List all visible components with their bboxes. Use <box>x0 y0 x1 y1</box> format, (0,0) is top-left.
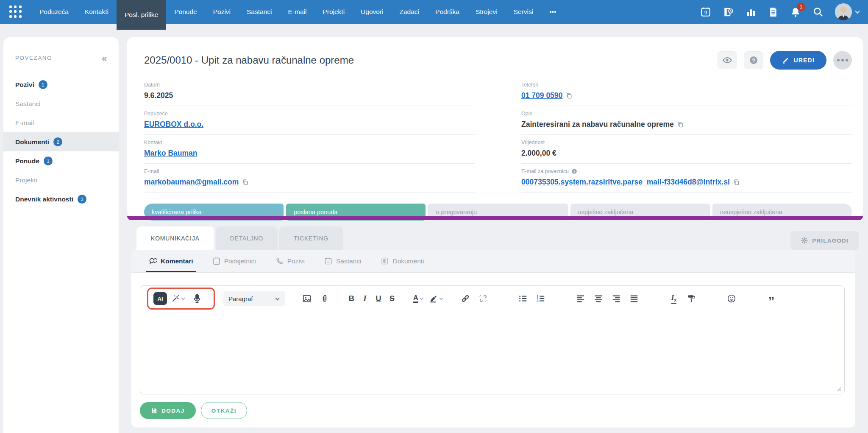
numbered-list-button[interactable]: 123 <box>534 292 548 305</box>
analytics-icon[interactable] <box>745 6 756 17</box>
add-comment-button[interactable]: DODAJ <box>140 402 196 419</box>
copy-icon[interactable] <box>677 121 684 128</box>
tab-label: Dokumenti <box>392 257 424 265</box>
nav-more-menu[interactable]: ••• <box>541 0 564 24</box>
tab-ticketing[interactable]: TICKETING <box>279 226 343 250</box>
align-right-button[interactable] <box>609 292 623 305</box>
field-email: E-mail markobauman@gmail.com <box>144 164 475 193</box>
insert-link-button[interactable] <box>458 292 473 305</box>
sidebar-item-projekti[interactable]: Projekti <box>3 170 119 190</box>
search-icon[interactable] <box>812 6 823 17</box>
edit-button[interactable]: UREDI <box>770 51 826 70</box>
clear-formatting-button[interactable]: Ix <box>667 292 681 305</box>
nav-item-ponude[interactable]: Ponude <box>166 0 205 24</box>
tab-sastanci[interactable]: 31 Sastanci <box>324 250 361 272</box>
underline-button[interactable]: U <box>373 292 384 305</box>
sidebar-item-sastanci[interactable]: Sastanci <box>3 94 119 113</box>
email-link[interactable]: markobauman@gmail.com <box>144 178 239 187</box>
sidebar-title: POVEZANO <box>15 55 52 61</box>
ai-tools-highlight: AI <box>147 288 215 310</box>
notifications-bell-icon[interactable]: 1 <box>790 6 801 17</box>
copy-icon[interactable] <box>566 92 573 99</box>
text-color-button[interactable]: A <box>412 292 426 305</box>
nav-item-sastanci[interactable]: Sastanci <box>239 0 280 24</box>
tab-detaljno[interactable]: DETALJNO <box>216 226 278 250</box>
tab-komunikacija[interactable]: KOMUNIKACIJA <box>136 226 214 250</box>
align-left-button[interactable] <box>573 292 588 305</box>
app-grid-icon[interactable] <box>9 6 22 18</box>
more-actions-button[interactable] <box>833 51 852 70</box>
field-help-icon[interactable]: ? <box>571 168 577 174</box>
chevron-down-icon <box>181 296 186 301</box>
dictate-button[interactable] <box>190 292 204 305</box>
blockquote-button[interactable]: ” <box>764 292 779 305</box>
sidebar-item-email[interactable]: E-mail <box>3 113 119 132</box>
collapse-sidebar-icon[interactable]: « <box>102 53 107 62</box>
nav-item-projekti[interactable]: Projekti <box>314 0 353 24</box>
insert-image-button[interactable] <box>300 292 314 305</box>
company-link[interactable]: EUROBOX d.o.o. <box>144 120 203 129</box>
nav-item-kontakti[interactable]: Kontakti <box>77 0 117 24</box>
help-button[interactable]: ? <box>744 51 763 69</box>
magic-wand-button[interactable] <box>171 292 186 305</box>
customize-button-label: PRILAGODI <box>812 237 849 244</box>
main-nav: Poduzeća Kontakti Posl. prilike Ponude P… <box>31 0 564 27</box>
align-center-button[interactable] <box>591 292 606 305</box>
clear-formatting-icon: Ix <box>671 293 677 303</box>
documents-icon[interactable] <box>768 6 779 17</box>
tab-pozivi[interactable]: Pozivi <box>275 250 305 272</box>
cancel-comment-button[interactable]: OTKAŽI <box>201 402 247 419</box>
customize-button[interactable]: PRILAGODI <box>790 231 859 250</box>
strikethrough-button[interactable]: S <box>387 292 397 305</box>
sidebar-item-label: E-mail <box>15 119 34 127</box>
justify-button[interactable] <box>627 292 641 305</box>
highlight-color-button[interactable] <box>429 292 444 305</box>
tab-komentari[interactable]: Komentari <box>148 250 193 272</box>
contact-link[interactable]: Marko Bauman <box>144 149 197 158</box>
nav-item-pozivi[interactable]: Pozivi <box>205 0 239 24</box>
stage-color-bar <box>127 216 863 220</box>
comment-text-area[interactable] <box>140 310 844 394</box>
paragraph-style-select[interactable]: Paragraf <box>223 291 285 306</box>
copy-icon[interactable] <box>733 179 740 186</box>
fields-right-column: Telefon 01 709 0590 Opis Zainteresirani … <box>521 77 852 193</box>
sidebar-item-label: Sastanci <box>15 100 40 108</box>
ai-button[interactable]: AI <box>153 292 167 305</box>
sidebar-item-pozivi[interactable]: Pozivi 1 <box>3 75 119 94</box>
sidebar-item-dnevnik-aktivnosti[interactable]: Dnevnik aktivnosti 3 <box>3 190 119 209</box>
phone-link[interactable]: 01 709 0590 <box>521 91 562 100</box>
nav-item-strojevi[interactable]: Strojevi <box>467 0 506 24</box>
nav-item-posl-prilike[interactable]: Posl. prilike <box>117 0 166 30</box>
attach-file-button[interactable] <box>317 292 332 305</box>
watch-button[interactable] <box>718 51 737 69</box>
nav-item-zadaci[interactable]: Zadaci <box>392 0 428 24</box>
sidebar-item-ponude[interactable]: Ponude 1 <box>3 151 119 170</box>
field-opis: Opis Zainteresirani za nabavu računalne … <box>521 106 852 135</box>
text-color-icon: A <box>413 294 418 303</box>
bold-button[interactable]: B <box>346 292 356 305</box>
nav-item-podrska[interactable]: Podrška <box>427 0 467 24</box>
quote-icon: ” <box>768 293 775 304</box>
field-label: Vrijednost <box>521 140 852 145</box>
copy-icon[interactable] <box>242 179 249 186</box>
svg-text:?: ? <box>573 170 576 173</box>
recent-contacts-icon[interactable] <box>723 6 734 17</box>
nav-item-servisi[interactable]: Servisi <box>506 0 542 24</box>
user-menu[interactable] <box>835 3 860 20</box>
nav-item-poduzeca[interactable]: Poduzeća <box>31 0 77 24</box>
tab-dokumenti[interactable]: Dokumenti <box>381 250 424 272</box>
emoji-button[interactable] <box>724 292 739 305</box>
calendar-icon[interactable]: 9 <box>700 6 711 17</box>
nav-item-ugovori[interactable]: Ugovori <box>353 0 391 24</box>
sidebar-item-dokumenti[interactable]: Dokumenti 2 <box>3 132 119 151</box>
nav-item-email[interactable]: E-mail <box>280 0 314 24</box>
field-vrijednost: Vrijednost 2.000,00 € <box>521 135 852 164</box>
italic-button[interactable]: I <box>360 292 370 305</box>
format-painter-button[interactable] <box>684 292 699 305</box>
tab-podsjetnici[interactable]: Podsjetnici <box>213 250 256 272</box>
remove-link-button[interactable] <box>476 292 490 305</box>
bullet-list-button[interactable] <box>516 292 530 305</box>
link-email-address[interactable]: 000735305.system.razsiritve.parse_mail-f… <box>521 178 730 187</box>
resize-handle[interactable] <box>836 386 842 392</box>
comment-editor: AI Paragraf B I U <box>140 285 845 394</box>
